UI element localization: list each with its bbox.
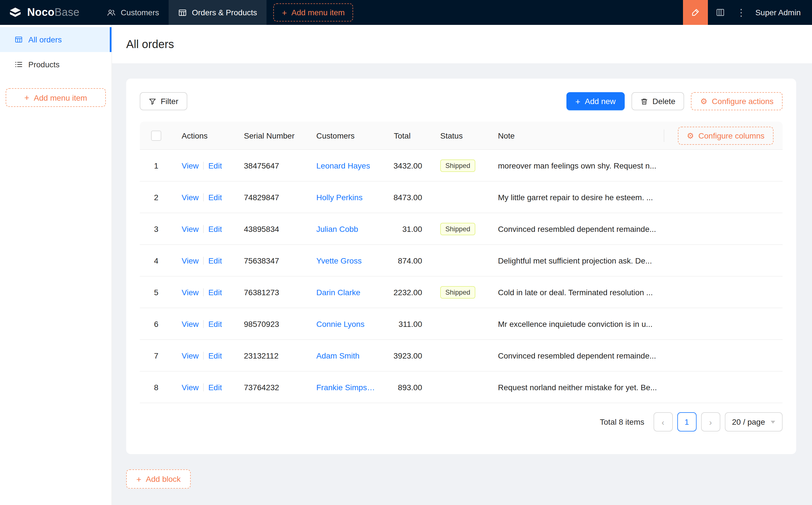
edit-link[interactable]: Edit xyxy=(208,193,222,202)
page-size-select[interactable]: 20 / page xyxy=(724,412,783,432)
row-index-cell: 6 xyxy=(140,319,172,328)
edit-link[interactable]: Edit xyxy=(208,224,222,233)
row-actions-cell: View Edit xyxy=(172,224,235,233)
ui-editor-button[interactable] xyxy=(683,0,708,25)
configure-columns-label: Configure columns xyxy=(698,131,765,140)
row-index: 3 xyxy=(154,224,158,233)
bookshelf-icon xyxy=(716,8,725,17)
view-link[interactable]: View xyxy=(182,382,198,392)
sidebar-item-label: All orders xyxy=(28,35,62,44)
ellipsis-icon: ⋮ xyxy=(736,6,746,18)
status-cell: Shipped xyxy=(431,159,489,172)
orders-table: Actions Serial Number Customers Total St… xyxy=(140,122,783,403)
edit-link[interactable]: Edit xyxy=(208,351,222,360)
logo-light: Base xyxy=(54,6,80,18)
row-index: 5 xyxy=(154,288,158,297)
customer-link[interactable]: Julian Cobb xyxy=(316,224,358,233)
table-icon xyxy=(15,36,23,43)
highlighter-icon xyxy=(691,8,700,17)
column-header-actions: Actions xyxy=(172,131,235,140)
add-menu-item-label: Add menu item xyxy=(291,8,345,17)
customer-link[interactable]: Frankie Simpson xyxy=(316,382,376,392)
configure-actions-button[interactable]: ⚙ Configure actions xyxy=(691,92,783,110)
customer-link[interactable]: Darin Clarke xyxy=(316,288,361,297)
header-add-menu-item-button[interactable]: + Add menu item xyxy=(274,3,354,21)
edit-link[interactable]: Edit xyxy=(208,256,222,265)
sidebar-item-all-orders[interactable]: All orders xyxy=(0,27,112,52)
team-icon xyxy=(107,8,116,17)
customer-link[interactable]: Leonard Hayes xyxy=(316,161,370,170)
customer-link[interactable]: Connie Lyons xyxy=(316,319,365,328)
add-new-button[interactable]: + Add new xyxy=(566,92,625,110)
edit-link[interactable]: Edit xyxy=(208,288,222,297)
customer-cell: Yvette Gross xyxy=(307,256,385,265)
user-name: Super Admin xyxy=(756,8,801,17)
table-row: 2 View Edit 74829847 Holly Perkins 8473.… xyxy=(140,182,783,213)
add-block-button[interactable]: + Add block xyxy=(126,469,191,489)
row-index-cell: 8 xyxy=(140,382,172,392)
customer-link[interactable]: Yvette Gross xyxy=(316,256,362,265)
trash-icon xyxy=(641,98,648,105)
delete-button[interactable]: Delete xyxy=(632,92,684,110)
configure-columns-cell: ⚙ Configure columns xyxy=(664,126,783,145)
sidebar-item-products[interactable]: Products xyxy=(0,52,112,77)
sidebar: All orders Products + Add menu xyxy=(0,25,112,505)
add-block-label: Add block xyxy=(146,475,181,484)
pagination-prev-button[interactable]: ‹ xyxy=(653,412,673,432)
serial-number-cell: 74829847 xyxy=(235,193,307,202)
chevron-down-icon xyxy=(771,420,775,423)
row-actions-cell: View Edit xyxy=(172,319,235,328)
column-header-total: Total xyxy=(385,131,431,140)
link-divider xyxy=(203,257,204,265)
customer-link[interactable]: Adam Smith xyxy=(316,351,360,360)
customer-link[interactable]: Holly Perkins xyxy=(316,193,363,202)
sidebar-add-menu-item-button[interactable]: + Add menu item xyxy=(6,88,106,107)
view-link[interactable]: View xyxy=(182,161,198,170)
edit-link[interactable]: Edit xyxy=(208,161,222,170)
plus-icon: + xyxy=(24,93,29,102)
view-link[interactable]: View xyxy=(182,319,198,328)
pagination-total: Total 8 items xyxy=(600,417,644,427)
pagination-page-1[interactable]: 1 xyxy=(677,412,696,432)
more-menu-button[interactable]: ⋮ xyxy=(733,0,750,25)
nocobase-logo[interactable]: NocoBase xyxy=(0,0,88,25)
customer-cell: Frankie Simpson xyxy=(307,382,385,392)
link-divider xyxy=(203,288,204,296)
view-link[interactable]: View xyxy=(182,288,198,297)
chevron-left-icon: ‹ xyxy=(662,417,664,427)
nav-item-label: Customers xyxy=(121,8,159,17)
row-index: 8 xyxy=(154,382,158,392)
collections-button[interactable] xyxy=(708,0,733,25)
edit-link[interactable]: Edit xyxy=(208,382,222,392)
view-link[interactable]: View xyxy=(182,256,198,265)
nav-item-customers[interactable]: Customers xyxy=(98,0,169,25)
view-link[interactable]: View xyxy=(182,224,198,233)
table-body: 1 View Edit 38475647 Leonard Hayes 3432.… xyxy=(140,150,783,403)
total-cell: 893.00 xyxy=(385,382,431,392)
link-divider xyxy=(203,351,204,359)
note-cell: moreover man feelings own shy. Request n… xyxy=(489,161,783,170)
nav-item-orders-products[interactable]: Orders & Products xyxy=(169,0,267,25)
row-index-cell: 3 xyxy=(140,224,172,233)
column-header-customers: Customers xyxy=(307,131,385,140)
edit-link[interactable]: Edit xyxy=(208,319,222,328)
view-link[interactable]: View xyxy=(182,193,198,202)
select-all-cell xyxy=(140,130,172,141)
user-menu[interactable]: Super Admin xyxy=(750,0,812,25)
select-all-checkbox[interactable] xyxy=(151,130,161,141)
view-link[interactable]: View xyxy=(182,351,198,360)
plus-icon: + xyxy=(575,97,580,106)
toolbar-right: + Add new xyxy=(566,92,783,110)
row-actions-cell: View Edit xyxy=(172,382,235,392)
filter-button[interactable]: Filter xyxy=(140,92,187,110)
status-badge: Shipped xyxy=(440,286,475,298)
status-cell: Shipped xyxy=(431,222,489,235)
row-index: 7 xyxy=(154,351,158,360)
total-cell: 8473.00 xyxy=(385,193,431,202)
page-header: All orders xyxy=(112,25,812,63)
pagination-next-button[interactable]: › xyxy=(701,412,720,432)
orders-table-card: Filter + Add new xyxy=(126,78,796,454)
configure-columns-button[interactable]: ⚙ Configure columns xyxy=(678,126,774,145)
total-cell: 31.00 xyxy=(385,224,431,233)
logo-bold: Noco xyxy=(27,6,54,18)
